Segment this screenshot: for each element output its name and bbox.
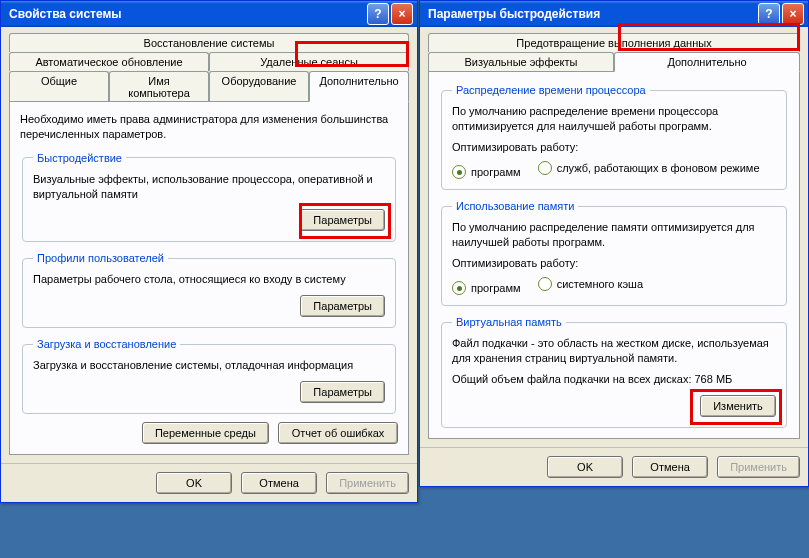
tab-panel: Необходимо иметь права администратора дл… (9, 101, 409, 455)
cpu-radio-services[interactable]: служб, работающих в фоновом режиме (538, 161, 760, 175)
cancel-button[interactable]: Отмена (241, 472, 317, 494)
tab-panel: Распределение времени процессора По умол… (428, 71, 800, 439)
cancel-button[interactable]: Отмена (632, 456, 708, 478)
tab-hardware[interactable]: Оборудование (209, 71, 309, 102)
profiles-text: Параметры рабочего стола, относящиеся ко… (33, 272, 385, 287)
env-vars-button[interactable]: Переменные среды (142, 422, 269, 444)
close-icon[interactable]: × (391, 3, 413, 25)
system-properties-window: Свойства системы ? × Восстановление сист… (0, 0, 418, 503)
help-icon[interactable]: ? (367, 3, 389, 25)
titlebar[interactable]: Свойства системы ? × (1, 1, 417, 27)
cpu-group: Распределение времени процессора По умол… (441, 84, 787, 190)
mem-radio-programs[interactable]: программ (452, 281, 521, 295)
tabs: Предотвращение выполнения данных Визуаль… (428, 33, 800, 72)
mem-legend: Использование памяти (452, 200, 578, 212)
titlebar[interactable]: Параметры быстродействия ? × (420, 1, 808, 27)
performance-group: Быстродействие Визуальные эффекты, испол… (22, 152, 396, 243)
dialog-buttons: OK Отмена Применить (420, 447, 808, 486)
cpu-radio-programs[interactable]: программ (452, 165, 521, 179)
mem-text: По умолчанию распределение памяти оптими… (452, 220, 776, 250)
startup-group: Загрузка и восстановление Загрузка и вос… (22, 338, 396, 414)
vm-group: Виртуальная память Файл подкачки - это о… (441, 316, 787, 428)
cpu-legend: Распределение времени процессора (452, 84, 650, 96)
mem-group: Использование памяти По умолчанию распре… (441, 200, 787, 306)
mem-radio-cache[interactable]: системного кэша (538, 277, 643, 291)
apply-button[interactable]: Применить (326, 472, 409, 494)
error-report-button[interactable]: Отчет об ошибках (278, 422, 398, 444)
startup-text: Загрузка и восстановление системы, отлад… (33, 358, 385, 373)
radio-icon (452, 281, 466, 295)
window-title: Свойства системы (5, 7, 365, 21)
tab-autoupdate[interactable]: Автоматическое обновление (9, 52, 209, 71)
tab-visual[interactable]: Визуальные эффекты (428, 52, 614, 72)
performance-text: Визуальные эффекты, использование процес… (33, 172, 385, 202)
radio-icon (538, 277, 552, 291)
profiles-legend: Профили пользователей (33, 252, 168, 264)
ok-button[interactable]: OK (547, 456, 623, 478)
help-icon[interactable]: ? (758, 3, 780, 25)
performance-options-window: Параметры быстродействия ? × Предотвраще… (419, 0, 809, 487)
cpu-optlabel: Оптимизировать работу: (452, 140, 776, 155)
tab-dep[interactable]: Предотвращение выполнения данных (428, 33, 800, 52)
vm-change-button[interactable]: Изменить (700, 395, 776, 417)
tabs: Восстановление системы Автоматическое об… (9, 33, 409, 102)
dialog-buttons: OK Отмена Применить (1, 463, 417, 502)
tab-remote[interactable]: Удаленные сеансы (209, 52, 409, 71)
tab-computername[interactable]: Имя компьютера (109, 71, 209, 102)
vm-total: Общий объем файла подкачки на всех диска… (452, 372, 776, 387)
startup-settings-button[interactable]: Параметры (300, 381, 385, 403)
ok-button[interactable]: OK (156, 472, 232, 494)
window-title: Параметры быстродействия (424, 7, 756, 21)
startup-legend: Загрузка и восстановление (33, 338, 180, 350)
tab-restore[interactable]: Восстановление системы (9, 33, 409, 52)
profiles-group: Профили пользователей Параметры рабочего… (22, 252, 396, 328)
vm-text: Файл подкачки - это область на жестком д… (452, 336, 776, 366)
cpu-text: По умолчанию распределение времени проце… (452, 104, 776, 134)
tab-advanced[interactable]: Дополнительно (309, 71, 409, 102)
radio-icon (452, 165, 466, 179)
vm-legend: Виртуальная память (452, 316, 566, 328)
close-icon[interactable]: × (782, 3, 804, 25)
radio-icon (538, 161, 552, 175)
performance-settings-button[interactable]: Параметры (300, 209, 385, 231)
profiles-settings-button[interactable]: Параметры (300, 295, 385, 317)
tab-general[interactable]: Общие (9, 71, 109, 102)
admin-note: Необходимо иметь права администратора дл… (20, 112, 398, 142)
mem-optlabel: Оптимизировать работу: (452, 256, 776, 271)
apply-button[interactable]: Применить (717, 456, 800, 478)
performance-legend: Быстродействие (33, 152, 126, 164)
tab-advanced2[interactable]: Дополнительно (614, 52, 800, 72)
